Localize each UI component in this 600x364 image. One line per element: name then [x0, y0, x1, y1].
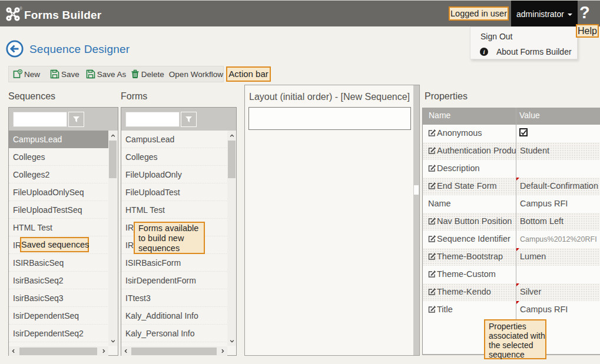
sequences-item[interactable]: IsirBasicSeq2 — [9, 272, 109, 289]
edit-icon — [428, 235, 436, 243]
property-row: TitleCampus RFI — [423, 301, 600, 319]
chevron-up-icon — [230, 133, 234, 138]
property-value[interactable]: Student — [520, 146, 549, 155]
edit-icon — [428, 129, 436, 137]
column-header-name[interactable]: Name — [429, 111, 450, 120]
edit-icon — [428, 146, 436, 155]
edit-icon — [428, 182, 436, 190]
sequences-scroll-left-button[interactable] — [9, 346, 18, 356]
forms-hscroll-thumb[interactable] — [131, 348, 217, 355]
save-as-icon — [86, 69, 95, 79]
layout-drop-area[interactable] — [248, 107, 411, 130]
layout-vscroll-thumb[interactable] — [414, 185, 419, 195]
logged-in-user-callout: Logged in user — [449, 6, 509, 21]
forms-scroll-down-button[interactable] — [227, 336, 236, 346]
action-bar: New Save Save As Delete Open Workflow — [8, 66, 224, 82]
forms-item[interactable]: CampusLead — [121, 131, 227, 148]
forms-item[interactable]: HTML Test — [121, 201, 227, 219]
forms-scroll-left-button[interactable] — [121, 346, 131, 356]
property-name[interactable]: Theme-Bootstrap — [428, 252, 503, 261]
property-row: End State FormDefault-Confirmation — [423, 178, 600, 195]
property-value[interactable]: Campus%2012%20RFI — [520, 235, 597, 243]
check-icon — [521, 129, 527, 136]
menu-item-about-forms-builder[interactable]: i About Forms Builder — [470, 45, 577, 60]
sequences-item[interactable]: Colleges — [9, 148, 109, 166]
property-name[interactable]: Authentication Product — [428, 146, 516, 155]
forms-title: Forms — [121, 91, 147, 102]
column-header-value[interactable]: Value — [519, 111, 540, 120]
property-value[interactable]: Campus RFI — [520, 305, 568, 314]
property-row: Theme-BootstrapLumen — [423, 248, 600, 266]
layout-vscrollbar[interactable] — [413, 85, 419, 355]
property-value[interactable]: Silver — [520, 287, 541, 296]
property-name[interactable]: Theme-Custom — [428, 269, 496, 279]
sequences-filter-input[interactable] — [13, 112, 67, 127]
anonymous-checkbox[interactable] — [519, 128, 528, 136]
filter-funnel-icon — [185, 116, 193, 123]
forms-item[interactable]: ISIRBasicForm — [121, 254, 227, 272]
save-button[interactable]: Save — [50, 66, 79, 82]
forms-item[interactable]: Colleges — [121, 148, 227, 166]
sequences-filter-button[interactable] — [68, 112, 84, 127]
forms-item[interactable]: Kaly_Personal Info — [121, 325, 227, 342]
save-as-button[interactable]: Save As — [86, 66, 127, 82]
edit-icon — [428, 288, 436, 296]
property-name[interactable]: Sequence Identifier — [428, 234, 511, 243]
property-value[interactable]: Lumen — [520, 252, 546, 261]
sequences-item[interactable]: IsirBasicSeq3 — [9, 289, 109, 307]
property-name[interactable]: Nav Button Position — [428, 216, 512, 226]
sequences-item[interactable]: FileUploadTestSeq — [9, 201, 109, 219]
forms-vscroll-thumb[interactable] — [228, 141, 236, 178]
property-name[interactable]: End State Form — [428, 181, 497, 191]
property-value[interactable]: Campus RFI — [520, 199, 568, 208]
properties-grid-header: Name Value — [423, 108, 600, 125]
property-name[interactable]: Theme-Kendo — [428, 287, 491, 296]
property-name[interactable]: Name — [428, 199, 451, 208]
sequences-item[interactable]: IsirDependentSeq — [9, 307, 109, 325]
edit-icon — [428, 252, 436, 261]
forms-scroll-right-button[interactable] — [218, 346, 227, 356]
delete-button[interactable]: Delete — [131, 66, 164, 82]
back-button[interactable] — [6, 40, 24, 58]
sequences-scroll-down-button[interactable] — [108, 336, 117, 346]
saved-sequences-callout: Saved sequences — [20, 237, 89, 252]
property-value[interactable]: Default-Confirmation — [520, 181, 598, 191]
forms-item[interactable]: Kaly_Additional Info — [121, 307, 227, 325]
sequences-item[interactable]: Colleges2 — [9, 166, 109, 183]
sequences-title: Sequences — [8, 91, 55, 102]
forms-filter-button[interactable] — [181, 112, 197, 127]
forms-item[interactable]: FileUploadTest — [121, 183, 227, 201]
forms-filter-input[interactable] — [125, 112, 180, 127]
property-name[interactable]: Anonymous — [428, 128, 482, 138]
new-button[interactable]: New — [13, 66, 40, 82]
property-name[interactable]: Title — [428, 305, 453, 314]
sequences-item[interactable]: FileUploadOnlySeq — [9, 183, 109, 201]
sequences-list: CampusLeadCollegesColleges2FileUploadOnl… — [9, 131, 109, 342]
sequences-scroll-up-button[interactable] — [108, 131, 117, 141]
open-workflow-button[interactable]: Open Workflow — [169, 66, 223, 82]
sequences-scroll-right-button[interactable] — [99, 346, 108, 356]
forms-item[interactable]: FileUploadOnly — [121, 166, 227, 183]
property-name[interactable]: Description — [428, 163, 480, 173]
forms-available-callout: Forms available to build new sequences — [134, 222, 205, 254]
property-row: Theme-KendoSilver — [423, 283, 600, 301]
edit-icon — [428, 217, 436, 225]
properties-callout: Properties associated with the selected … — [484, 319, 546, 359]
menu-item-sign-out[interactable]: Sign Out — [470, 29, 577, 45]
sequences-hscroll-thumb[interactable] — [19, 348, 97, 355]
sequences-vscroll-thumb[interactable] — [109, 141, 117, 178]
sequences-item[interactable]: CampusLead — [9, 131, 109, 148]
sequences-item[interactable]: ISIRBasicSeq — [9, 254, 109, 272]
property-value[interactable]: Bottom Left — [520, 216, 563, 226]
forms-item[interactable]: IsirDependentForm — [121, 272, 227, 289]
username: administrator — [516, 9, 564, 19]
sequences-item[interactable]: IsirDependentSeq2 — [9, 325, 109, 342]
caret-down-icon — [568, 14, 572, 16]
user-dropdown[interactable]: administrator — [511, 1, 578, 27]
help-icon[interactable]: ? — [579, 3, 590, 22]
edit-icon — [428, 305, 436, 313]
filter-funnel-icon — [72, 116, 80, 123]
sequences-item[interactable]: HTML Test — [9, 219, 109, 236]
forms-item[interactable]: ITtest3 — [121, 289, 227, 307]
forms-scroll-up-button[interactable] — [227, 131, 236, 141]
